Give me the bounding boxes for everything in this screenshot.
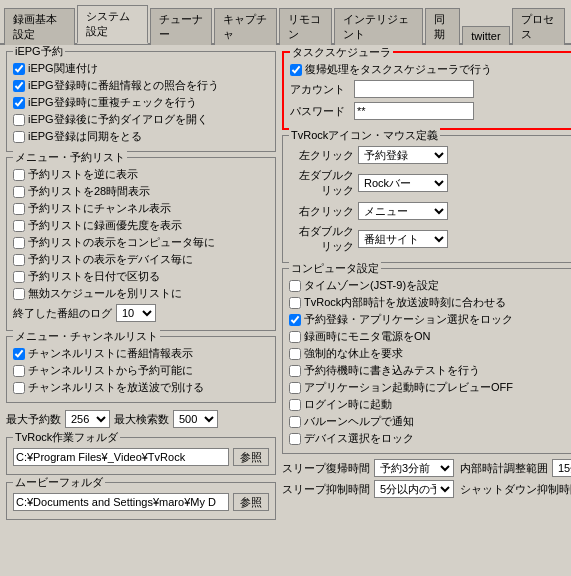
max-kensaku-select[interactable]: 500 — [173, 410, 218, 428]
comp-label-7: ログイン時に起動 — [304, 397, 392, 412]
tvrock-icon-select-0[interactable]: 予約登録 — [358, 146, 448, 164]
comp-cb-9[interactable] — [289, 433, 301, 445]
comp-cb-6[interactable] — [289, 382, 301, 394]
account-input[interactable] — [354, 80, 474, 98]
yoyaku-label-7: 無効スケジュールを別リストに — [28, 286, 182, 301]
comp-cb-4[interactable] — [289, 348, 301, 360]
task-scheduler-title: タスクスケジューラ — [290, 45, 393, 60]
log-row: 終了した番組のログ 10 — [13, 302, 269, 324]
yoyaku-cb-1[interactable] — [13, 186, 25, 198]
yoyaku-label-6: 予約リストを日付で区切る — [28, 269, 160, 284]
iepg-cb-0[interactable] — [13, 63, 25, 75]
tab-bar: 録画基本設定 システム設定 チューナー キャプチャ リモコン インテリジェント … — [0, 0, 571, 45]
movie-folder-title: ムービーフォルダ — [13, 475, 105, 490]
max-kensaku-label: 最大検索数 — [114, 412, 169, 427]
tvrock-icon-select-3[interactable]: 番組サイト — [358, 230, 448, 248]
comp-label-9: デバイス選択をロック — [304, 431, 414, 446]
iepg-item-4: iEPG登録は同期をとる — [13, 128, 269, 145]
tab-process[interactable]: プロセス — [512, 8, 565, 45]
comp-cb-7[interactable] — [289, 399, 301, 411]
comp-cb-0[interactable] — [289, 280, 301, 292]
comp-label-2: 予約登録・アプリケーション選択をロック — [304, 312, 513, 327]
yoyaku-cb-7[interactable] — [13, 288, 25, 300]
password-input[interactable] — [354, 102, 474, 120]
channel-cb-0[interactable] — [13, 348, 25, 360]
channel-cb-1[interactable] — [13, 365, 25, 377]
yoyaku-label-0: 予約リストを逆に表示 — [28, 167, 138, 182]
max-yoyaku-label: 最大予約数 — [6, 412, 61, 427]
channel-label-2: チャンネルリストを放送波で別ける — [28, 380, 204, 395]
yoyaku-item-0: 予約リストを逆に表示 — [13, 166, 269, 183]
menu-channel-group: メニュー・チャンネルリスト チャンネルリストに番組情報表示 チャンネルリストから… — [6, 336, 276, 403]
yokusei-select[interactable]: 5分以内の予約 — [374, 480, 454, 498]
shutdown-label: シャットダウン抑制時間 — [460, 482, 571, 497]
comp-item-1: TvRock内部時計を放送波時刻に合わせる — [289, 294, 571, 311]
task-scheduler-group: タスクスケジューラ 復帰処理をタスクスケジューラで行う アカウント パスワード — [282, 51, 571, 130]
comp-label-6: アプリケーション起動時にプレビューOFF — [304, 380, 513, 395]
iepg-item-1: iEPG登録時に番組情報との照合を行う — [13, 77, 269, 94]
yoyaku-item-2: 予約リストにチャンネル表示 — [13, 200, 269, 217]
tab-system-settings[interactable]: システム設定 — [77, 5, 148, 44]
channel-label-1: チャンネルリストから予約可能に — [28, 363, 193, 378]
menu-channel-title: メニュー・チャンネルリスト — [13, 329, 160, 344]
tab-remote[interactable]: リモコン — [279, 8, 332, 45]
naibu-select[interactable]: 15分以内 — [552, 459, 571, 477]
iepg-cb-4[interactable] — [13, 131, 25, 143]
tvrock-icon-label-3: 右ダブルクリック — [289, 224, 354, 254]
tvrock-icon-select-1[interactable]: Rockバー — [358, 174, 448, 192]
task-scheduler-cb[interactable] — [290, 64, 302, 76]
comp-item-3: 録画時にモニタ電源をON — [289, 328, 571, 345]
comp-item-7: ログイン時に起動 — [289, 396, 571, 413]
max-yoyaku-select[interactable]: 256 — [65, 410, 110, 428]
tvrock-folder-input[interactable] — [13, 448, 229, 466]
iepg-item-3: iEPG登録後に予約ダイアログを開く — [13, 111, 269, 128]
naibu-label: 内部時計調整範囲 — [460, 461, 548, 476]
iepg-item-2: iEPG登録時に重複チェックを行う — [13, 94, 269, 111]
password-label: パスワード — [290, 104, 350, 119]
tvrock-icon-row-1: 左ダブルクリック Rockバー — [289, 166, 571, 200]
iepg-cb-3[interactable] — [13, 114, 25, 126]
yoyaku-cb-3[interactable] — [13, 220, 25, 232]
task-scheduler-cb-label: 復帰処理をタスクスケジューラで行う — [305, 62, 492, 77]
fukki-select[interactable]: 予約3分前 — [374, 459, 454, 477]
tab-tuner[interactable]: チューナー — [150, 8, 212, 45]
yoyaku-cb-4[interactable] — [13, 237, 25, 249]
log-select[interactable]: 10 — [116, 304, 156, 322]
tvrock-icon-row-0: 左クリック 予約登録 — [289, 144, 571, 166]
comp-label-1: TvRock内部時計を放送波時刻に合わせる — [304, 295, 506, 310]
iepg-cb-2[interactable] — [13, 97, 25, 109]
computer-settings-group: コンピュータ設定 タイムゾーン(JST-9)を設定 TvRock内部時計を放送波… — [282, 268, 571, 454]
tab-twitter[interactable]: twitter — [462, 26, 509, 45]
comp-cb-8[interactable] — [289, 416, 301, 428]
shutdown-row: シャットダウン抑制時間 3時間以内の予約 — [460, 480, 571, 498]
movie-folder-input[interactable] — [13, 493, 229, 511]
comp-label-8: バルーンヘルプで通知 — [304, 414, 414, 429]
tab-sync[interactable]: 同期 — [425, 8, 461, 45]
tvrock-icon-label-1: 左ダブルクリック — [289, 168, 354, 198]
tab-intelligent[interactable]: インテリジェント — [334, 8, 423, 45]
tab-capture[interactable]: キャプチャ — [214, 8, 276, 45]
tvrock-icon-row-2: 右クリック メニュー — [289, 200, 571, 222]
comp-cb-2[interactable] — [289, 314, 301, 326]
movie-folder-browse[interactable]: 参照 — [233, 493, 269, 511]
comp-cb-1[interactable] — [289, 297, 301, 309]
channel-cb-2[interactable] — [13, 382, 25, 394]
yoyaku-item-1: 予約リストを28時間表示 — [13, 183, 269, 200]
yoyaku-cb-6[interactable] — [13, 271, 25, 283]
comp-cb-5[interactable] — [289, 365, 301, 377]
comp-cb-3[interactable] — [289, 331, 301, 343]
iepg-cb-1[interactable] — [13, 80, 25, 92]
yoyaku-cb-5[interactable] — [13, 254, 25, 266]
yoyaku-item-4: 予約リストの表示をコンピュータ毎に — [13, 234, 269, 251]
yoyaku-label-5: 予約リストの表示をデバイス毎に — [28, 252, 193, 267]
tvrock-icon-select-2[interactable]: メニュー — [358, 202, 448, 220]
tvrock-folder-browse[interactable]: 参照 — [233, 448, 269, 466]
tvrock-folder-title: TvRock作業フォルダ — [13, 430, 120, 445]
yoyaku-cb-0[interactable] — [13, 169, 25, 181]
tab-recording-basic[interactable]: 録画基本設定 — [4, 8, 75, 45]
iepg-item-0: iEPG関連付け — [13, 60, 269, 77]
yoyaku-item-5: 予約リストの表示をデバイス毎に — [13, 251, 269, 268]
comp-item-2: 予約登録・アプリケーション選択をロック — [289, 311, 571, 328]
comp-item-6: アプリケーション起動時にプレビューOFF — [289, 379, 571, 396]
yoyaku-cb-2[interactable] — [13, 203, 25, 215]
